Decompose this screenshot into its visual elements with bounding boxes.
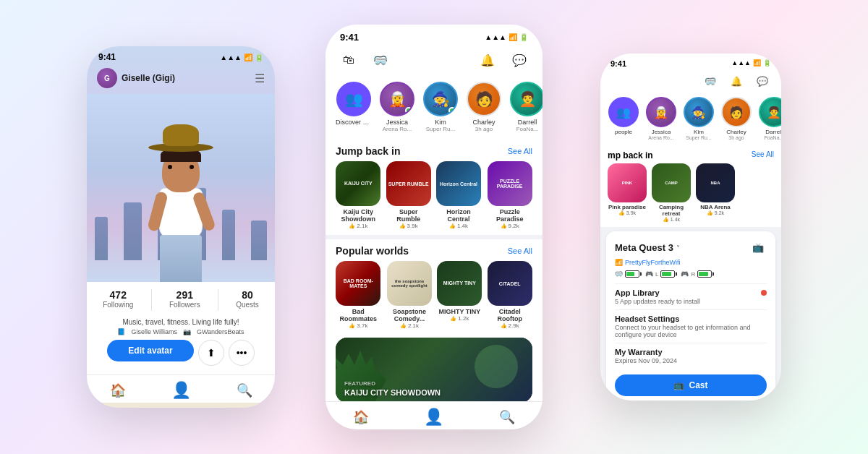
instagram-handle[interactable]: GWandersBeats <box>197 328 244 335</box>
game-bad-roommates[interactable]: BAD ROOM-MATES Bad Roommates 3.7k <box>336 261 381 329</box>
citadel-thumb: CITADEL <box>488 261 532 306</box>
right-bell-button[interactable]: 🔔 <box>728 72 745 90</box>
right-see-all[interactable]: See All <box>752 150 774 160</box>
jessica-online-dot <box>405 107 412 114</box>
kaiju-name: Kaiju City Showdown <box>336 208 381 223</box>
quest-cast-icon[interactable]: 📺 <box>749 239 767 256</box>
avatar-pants <box>160 235 202 282</box>
mighty-thumb: MIGHTY TINY <box>437 261 482 306</box>
story-jessica[interactable]: 🧝 Jessica Arena Ro... <box>379 82 415 132</box>
mighty-name: MIGHTY TINY <box>438 308 480 315</box>
right-nba[interactable]: NBA NBA Arena 👍 9.2k <box>696 163 735 223</box>
headset-settings-item[interactable]: Headset Settings Connect to your headset… <box>615 309 767 343</box>
darrell-name: Darrell <box>518 119 537 126</box>
headset-settings-label: Headset Settings <box>615 314 679 323</box>
kim-name: Kim <box>435 119 446 126</box>
right-discover[interactable]: 👥 people <box>608 97 639 140</box>
right-darrell-sub: FoaNa... <box>765 135 781 140</box>
headset-battery-fill <box>626 272 634 276</box>
nav-avatar-icon[interactable]: 👤 <box>171 381 191 400</box>
warranty-item[interactable]: My Warranty Expires Nov 09, 2024 <box>615 343 767 369</box>
followers-label: Followers <box>169 301 200 309</box>
cast-button[interactable]: 📺 Cast <box>615 374 767 396</box>
discover-name: Discover people <box>336 119 372 126</box>
right-camping[interactable]: CAMP Camping retreat 👍 1.4k <box>651 163 692 223</box>
stat-divider-1 <box>151 289 152 311</box>
right-pink-paradise[interactable]: PINK Pink paradise 👍 3.9k <box>608 163 647 223</box>
game-puzzle[interactable]: PUZZLE PARADISE Puzzle Paradise 9.2k <box>487 161 532 229</box>
game-soapstone[interactable]: the soapstone comedy spotlight Soapstone… <box>387 261 433 329</box>
following-stat[interactable]: 472 Following <box>103 289 133 311</box>
game-kaiju[interactable]: KAIJU CITY Kaiju City Showdown 2.1k <box>336 161 381 229</box>
game-horizon[interactable]: Horizon Central Horizon Central 1.4k <box>436 161 482 229</box>
headset-battery-bar <box>625 270 639 278</box>
center-nav-home[interactable]: 🏠 <box>353 409 369 425</box>
headset-icon: 🥽 <box>615 270 623 278</box>
right-charley-emoji: 🧑 <box>729 106 744 119</box>
right-charley-avatar: 🧑 <box>721 97 752 127</box>
right-darrell[interactable]: 🧑‍🦱 Darrell FoaNa... <box>758 97 781 140</box>
story-charley[interactable]: 🧑 Charley 3h ago <box>466 82 502 132</box>
center-bottom-nav: 🏠 👤 🔍 <box>326 401 542 429</box>
center-nav-avatar[interactable]: 👤 <box>424 408 443 427</box>
bag-icon-button[interactable]: 🛍 <box>337 48 360 72</box>
citadel-text: CITADEL <box>499 281 521 286</box>
hat-crown <box>163 124 199 146</box>
right-battery-bar <box>697 270 712 278</box>
signal-icon: ▲▲▲ <box>220 53 242 61</box>
right-discover-icon: 👥 <box>616 106 631 119</box>
quests-stat[interactable]: 80 Quests <box>236 289 259 311</box>
rumble-text: SUPER RUMBLE <box>388 181 429 187</box>
right-camping-name: Camping retreat <box>651 204 692 217</box>
jump-back-title: Jump back in <box>336 145 400 157</box>
followers-stat[interactable]: 291 Followers <box>169 289 200 311</box>
game-super-rumble[interactable]: SUPER RUMBLE Super Rumble 3.9k <box>387 161 430 229</box>
profile-header-left: G Giselle (Gigi) <box>97 68 175 88</box>
citadel-rating: 2.9k <box>501 322 519 329</box>
featured-kaiju-banner[interactable]: FEATURED KAIJU CITY SHOWDOWN <box>336 338 532 403</box>
story-kim[interactable]: 🧙 Kim Super Ru... <box>422 82 459 132</box>
nav-home-icon[interactable]: 🏠 <box>110 382 126 398</box>
charley-emoji: 🧑 <box>475 90 493 108</box>
kim-avatar: 🧙 <box>423 82 458 116</box>
citadel-name: Citadel Rooftop <box>487 308 532 322</box>
building-6 <box>251 220 267 260</box>
rumble-rating: 3.9k <box>399 223 418 229</box>
menu-icon[interactable]: ☰ <box>255 72 265 85</box>
instagram-icon: 📷 <box>183 328 191 335</box>
discover-icon: 👥 <box>345 90 363 108</box>
vr-icon-button[interactable]: 🥽 <box>369 48 392 72</box>
nav-search-icon[interactable]: 🔍 <box>237 382 252 398</box>
right-chat-button[interactable]: 💬 <box>754 72 771 90</box>
wifi-icon: 📶 <box>244 53 252 61</box>
right-vr-button[interactable]: 🥽 <box>702 72 719 90</box>
soapstone-text: the soapstone comedy spotlight <box>387 279 432 288</box>
game-mighty-tiny[interactable]: MIGHTY TINY MIGHTY TINY 1.2k <box>438 261 481 329</box>
bad-name: Bad Roommates <box>336 308 381 322</box>
right-nba-text: NBA <box>711 181 720 185</box>
share-button[interactable]: ⬆ <box>198 340 224 366</box>
messages-button[interactable]: 💬 <box>508 48 531 72</box>
story-darrell[interactable]: 🧑‍🦱 Darrell FoaNa... <box>509 82 542 132</box>
right-jessica[interactable]: 🧝 Jessica Arena Ro... <box>645 97 677 140</box>
app-library-item[interactable]: App Library 5 App updates ready to insta… <box>615 283 767 309</box>
center-nav-search[interactable]: 🔍 <box>499 409 515 425</box>
right-kim[interactable]: 🧙 Kim Super Ru... <box>683 97 715 140</box>
right-discover-avatar: 👥 <box>608 97 639 127</box>
story-discover[interactable]: 👥 Discover people <box>336 82 372 132</box>
more-button[interactable]: ••• <box>229 340 255 366</box>
popular-see-all[interactable]: See All <box>508 247 532 255</box>
notification-bell-button[interactable]: 🔔 <box>476 48 499 72</box>
headset-settings-desc: Connect to your headset to get informati… <box>615 324 767 338</box>
puzzle-text: PUZZLE PARADISE <box>488 179 532 189</box>
left-status-bar: 9:41 ▲▲▲ 📶 🔋 <box>87 46 275 65</box>
right-wifi-icon: 📶 <box>753 59 761 68</box>
facebook-handle[interactable]: Giselle Williams <box>131 328 177 335</box>
right-signal-icon: ▲▲▲ <box>731 59 751 68</box>
game-citadel[interactable]: CITADEL Citadel Rooftop 2.9k <box>487 261 532 329</box>
top-right-icons: 🔔 💬 <box>476 48 531 72</box>
edit-avatar-button[interactable]: Edit avatar <box>107 340 194 361</box>
battery-icon-left: 🔋 <box>255 53 263 61</box>
right-charley[interactable]: 🧑 Charley 3h ago <box>720 97 752 140</box>
jump-back-see-all[interactable]: See All <box>508 147 532 155</box>
